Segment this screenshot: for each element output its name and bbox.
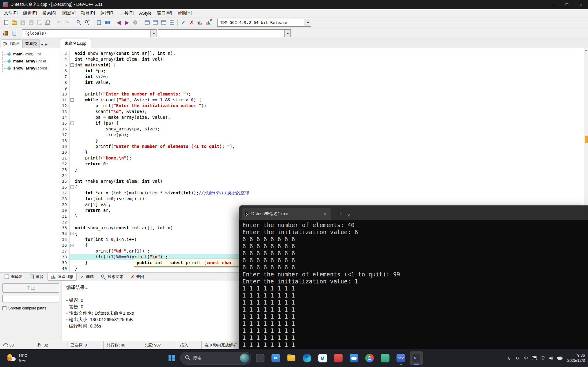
bookmark-icon[interactable] [103, 18, 111, 27]
new-tab-button[interactable]: + [336, 211, 345, 220]
code-text[interactable]: } [75, 138, 584, 144]
code-text[interactable]: } [75, 167, 584, 173]
close-button[interactable]: × [574, 0, 588, 9]
replace-icon[interactable] [83, 18, 91, 27]
panel-tab-close-panel[interactable]: ✗关闭 [127, 273, 147, 281]
code-text[interactable]: int size; [75, 74, 584, 80]
combo-dropdown-icon[interactable] [150, 30, 157, 37]
code-text[interactable] [75, 85, 584, 91]
menu-item-文件[F][interactable]: 文件[F] [1, 10, 20, 16]
code-text[interactable]: printf("Enter the number of elements: ")… [75, 91, 584, 97]
code-text[interactable]: for(int i=0;i<elem;i++) [75, 196, 584, 202]
globals-combo[interactable]: (globals) [22, 29, 157, 37]
menu-item-工具[T][interactable]: 工具[T] [117, 10, 136, 16]
code-text[interactable]: void show_array(const int ar[], int n); [75, 51, 584, 56]
tree-item-make_array[interactable]: make_array(int el [0, 58, 58, 65]
taskbar-clock[interactable]: 9:36 2025/12/3 [567, 353, 586, 363]
run-icon[interactable] [151, 18, 159, 27]
code-text[interactable]: show_array(pa, size); [75, 126, 584, 132]
console-output[interactable]: Enter the number of elements: 40Enter th… [239, 220, 588, 349]
menu-item-窗口[W][interactable]: 窗口[W] [154, 10, 175, 16]
edge-icon[interactable] [300, 351, 314, 365]
menu-item-帮助[H][interactable]: 帮助[H] [175, 10, 195, 16]
touch-keyboard-icon[interactable] [530, 353, 538, 364]
maximize-button[interactable]: □ [560, 0, 574, 9]
goto-declaration-icon[interactable] [10, 29, 18, 37]
panel-tab-search-results[interactable]: 搜索结果 [98, 273, 127, 281]
save-all-icon[interactable] [27, 18, 35, 27]
tab-dropdown-icon[interactable]: ∨ [345, 213, 353, 220]
code-text[interactable]: { [75, 184, 584, 190]
open-file-icon[interactable] [10, 18, 18, 27]
code-text[interactable]: int *ar = (int *)malloc(elem * sizeof(in… [75, 190, 584, 196]
pause-icon[interactable] [131, 18, 139, 27]
print-icon[interactable] [43, 18, 51, 27]
mail-icon[interactable]: ✉ [269, 351, 283, 365]
tray-sync-icon[interactable]: ↻ [513, 353, 521, 364]
code-text[interactable]: int *pa; [75, 68, 584, 74]
fold-collapse-icon[interactable]: − [70, 232, 74, 235]
tray-expand-icon[interactable]: ∧ [505, 353, 513, 364]
panel-tab-resources[interactable]: 资源 [27, 273, 47, 281]
menu-item-搜索[S][interactable]: 搜索[S] [40, 10, 59, 16]
abort-compilation-icon[interactable]: ✗ [188, 18, 196, 27]
terminal-icon[interactable]: >_ [410, 351, 423, 365]
pinned-app-icon[interactable] [378, 351, 392, 365]
compiler-profile-combo[interactable]: TDM-GCC 4.9.2 64-bit Release [217, 19, 311, 27]
battery-icon[interactable] [556, 353, 564, 364]
code-text[interactable]: int main(void) { [75, 62, 584, 68]
scroll-up-icon[interactable]: ▲ [584, 48, 588, 52]
minimize-button[interactable]: — [546, 0, 560, 9]
fold-collapse-icon[interactable]: − [70, 98, 74, 102]
compile-icon[interactable] [143, 18, 151, 27]
appgallery-icon[interactable] [332, 351, 345, 365]
code-text[interactable]: scanf("%d", &value); [75, 109, 584, 114]
new-file-icon[interactable] [2, 18, 10, 27]
code-text[interactable]: return 0; [75, 161, 584, 167]
menu-item-编辑[E][interactable]: 编辑[E] [20, 10, 40, 16]
sidebar-tab-项目管理[interactable]: 项目管理 [1, 39, 22, 48]
editor-tab[interactable]: 未命名1.cpp [60, 39, 91, 48]
code-text[interactable]: free(pa); [75, 132, 584, 138]
abort-button[interactable]: 中止 [2, 283, 59, 293]
fold-collapse-icon[interactable]: − [70, 63, 74, 67]
tree-item-main[interactable]: main(void) : int [0, 51, 58, 58]
sidebar-tab-查看类[interactable]: 查看类 [22, 39, 40, 48]
rebuild-all-icon[interactable] [168, 18, 176, 27]
save-icon[interactable] [18, 18, 27, 27]
debug-icon[interactable]: ✓ [179, 18, 188, 27]
devcpp-icon[interactable]: DEV [394, 351, 408, 365]
console-title-bar[interactable]: D:\test\未命名1.exe × + ∨ [239, 206, 588, 220]
weather-widget[interactable]: 2 16°C 多云 [3, 349, 30, 367]
tab-scroll-right-icon[interactable]: ▶ [44, 41, 48, 48]
close-file-icon[interactable] [35, 18, 43, 27]
delete-profiling-icon[interactable] [204, 18, 212, 27]
checkbox-icon[interactable] [2, 306, 6, 310]
code-text[interactable]: int value; [75, 80, 584, 85]
start-button[interactable] [165, 352, 178, 365]
combo-dropdown-icon[interactable] [305, 19, 311, 26]
panel-tab-compiler[interactable]: 编译器 [1, 273, 26, 281]
fold-collapse-icon[interactable]: − [70, 244, 74, 247]
menu-item-视图[V][interactable]: 视图[V] [59, 10, 78, 16]
goto-line-icon[interactable] [95, 18, 103, 27]
class-browser-icon[interactable] [2, 29, 10, 37]
combo-dropdown-icon[interactable] [284, 30, 290, 37]
redo-icon[interactable]: ↷ [63, 18, 71, 27]
code-text[interactable]: if (pa) { [75, 120, 584, 126]
wifi-icon[interactable] [539, 353, 547, 364]
panel-tab-compile-log[interactable]: 编译日志 [47, 273, 77, 281]
code-text[interactable]: pa = make_array(size, value); [75, 114, 584, 120]
widgets-icon[interactable] [253, 351, 267, 365]
console-tab-close-icon[interactable]: × [321, 212, 329, 217]
profile-analysis-icon[interactable] [196, 18, 204, 27]
code-text[interactable]: int *make_array(int elem, int val); [75, 56, 584, 62]
code-text[interactable]: printf("Enter the number of elements (<1… [75, 144, 584, 149]
tree-item-show_array[interactable]: show_array(const [0, 65, 58, 72]
panel-tab-debug[interactable]: ✓调试 [77, 273, 97, 281]
shorten-paths-checkbox[interactable]: Shorten compiler paths [2, 306, 59, 310]
forward-icon[interactable]: ▶ [123, 18, 131, 27]
file-explorer-icon[interactable] [285, 351, 298, 365]
undo-icon[interactable]: ↶ [55, 18, 63, 27]
code-text[interactable]: } [75, 149, 584, 155]
